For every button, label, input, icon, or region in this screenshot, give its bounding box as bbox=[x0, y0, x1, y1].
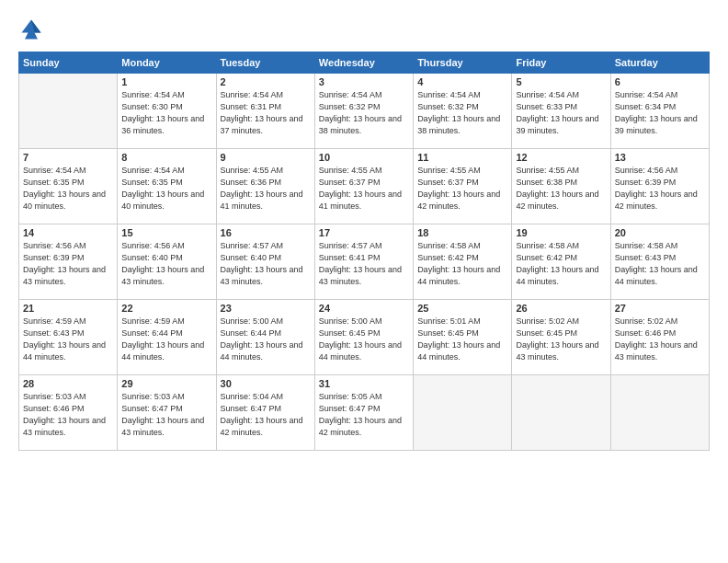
cell-details: Sunrise: 4:56 AMSunset: 6:39 PMDaylight:… bbox=[23, 240, 113, 288]
weekday-header-friday: Friday bbox=[512, 52, 610, 74]
day-number: 7 bbox=[23, 152, 113, 163]
calendar-cell: 22Sunrise: 4:59 AMSunset: 6:44 PMDayligh… bbox=[118, 300, 216, 375]
calendar-cell: 13Sunrise: 4:56 AMSunset: 6:39 PMDayligh… bbox=[610, 149, 709, 224]
calendar-cell: 4Sunrise: 4:54 AMSunset: 6:32 PMDaylight… bbox=[414, 74, 512, 149]
day-number: 16 bbox=[221, 227, 311, 238]
calendar-cell: 21Sunrise: 4:59 AMSunset: 6:43 PMDayligh… bbox=[19, 300, 118, 375]
day-number: 23 bbox=[221, 303, 311, 314]
weekday-header-sunday: Sunday bbox=[19, 52, 118, 74]
day-number: 4 bbox=[417, 76, 507, 87]
calendar-cell: 2Sunrise: 4:54 AMSunset: 6:31 PMDaylight… bbox=[216, 74, 314, 149]
week-row-0: 1Sunrise: 4:54 AMSunset: 6:30 PMDaylight… bbox=[19, 74, 710, 149]
cell-details: Sunrise: 5:00 AMSunset: 6:44 PMDaylight:… bbox=[221, 316, 311, 363]
calendar-cell: 5Sunrise: 4:54 AMSunset: 6:33 PMDaylight… bbox=[512, 74, 610, 149]
calendar-cell bbox=[19, 74, 118, 149]
calendar-cell: 8Sunrise: 4:54 AMSunset: 6:35 PMDaylight… bbox=[118, 149, 216, 224]
calendar-cell: 25Sunrise: 5:01 AMSunset: 6:45 PMDayligh… bbox=[414, 300, 512, 375]
calendar-cell bbox=[610, 375, 709, 451]
day-number: 27 bbox=[615, 303, 705, 314]
calendar-cell: 29Sunrise: 5:03 AMSunset: 6:47 PMDayligh… bbox=[118, 375, 216, 451]
weekday-header-saturday: Saturday bbox=[610, 52, 709, 74]
calendar-cell: 19Sunrise: 4:58 AMSunset: 6:42 PMDayligh… bbox=[512, 224, 610, 300]
cell-details: Sunrise: 5:04 AMSunset: 6:47 PMDaylight:… bbox=[221, 391, 311, 439]
day-number: 21 bbox=[23, 303, 113, 314]
weekday-header-tuesday: Tuesday bbox=[216, 52, 314, 74]
day-number: 12 bbox=[516, 152, 606, 163]
day-number: 10 bbox=[319, 152, 409, 163]
day-number: 15 bbox=[121, 227, 211, 238]
day-number: 14 bbox=[23, 227, 113, 238]
cell-details: Sunrise: 4:55 AMSunset: 6:38 PMDaylight:… bbox=[516, 165, 606, 213]
cell-details: Sunrise: 4:54 AMSunset: 6:32 PMDaylight:… bbox=[319, 89, 409, 137]
header bbox=[18, 17, 710, 42]
week-row-1: 7Sunrise: 4:54 AMSunset: 6:35 PMDaylight… bbox=[19, 149, 710, 224]
day-number: 18 bbox=[417, 227, 507, 238]
calendar-cell: 12Sunrise: 4:55 AMSunset: 6:38 PMDayligh… bbox=[512, 149, 610, 224]
weekday-header-monday: Monday bbox=[118, 52, 216, 74]
cell-details: Sunrise: 4:54 AMSunset: 6:35 PMDaylight:… bbox=[23, 165, 113, 213]
week-row-2: 14Sunrise: 4:56 AMSunset: 6:39 PMDayligh… bbox=[19, 224, 710, 300]
day-number: 24 bbox=[319, 303, 409, 314]
cell-details: Sunrise: 4:57 AMSunset: 6:41 PMDaylight:… bbox=[319, 240, 409, 288]
calendar-table: SundayMondayTuesdayWednesdayThursdayFrid… bbox=[18, 52, 710, 451]
calendar-cell: 16Sunrise: 4:57 AMSunset: 6:40 PMDayligh… bbox=[216, 224, 314, 300]
cell-details: Sunrise: 4:54 AMSunset: 6:33 PMDaylight:… bbox=[516, 89, 606, 137]
day-number: 6 bbox=[615, 76, 705, 87]
cell-details: Sunrise: 4:55 AMSunset: 6:37 PMDaylight:… bbox=[319, 165, 409, 213]
cell-details: Sunrise: 5:02 AMSunset: 6:46 PMDaylight:… bbox=[615, 316, 705, 363]
calendar-cell: 27Sunrise: 5:02 AMSunset: 6:46 PMDayligh… bbox=[610, 300, 709, 375]
cell-details: Sunrise: 4:58 AMSunset: 6:42 PMDaylight:… bbox=[516, 240, 606, 288]
day-number: 26 bbox=[516, 303, 606, 314]
calendar-cell: 7Sunrise: 4:54 AMSunset: 6:35 PMDaylight… bbox=[19, 149, 118, 224]
calendar-cell: 26Sunrise: 5:02 AMSunset: 6:45 PMDayligh… bbox=[512, 300, 610, 375]
calendar-cell: 20Sunrise: 4:58 AMSunset: 6:43 PMDayligh… bbox=[610, 224, 709, 300]
day-number: 30 bbox=[221, 378, 311, 389]
logo bbox=[18, 17, 48, 42]
day-number: 29 bbox=[121, 378, 211, 389]
cell-details: Sunrise: 4:54 AMSunset: 6:34 PMDaylight:… bbox=[615, 89, 705, 137]
day-number: 3 bbox=[319, 76, 409, 87]
day-number: 22 bbox=[121, 303, 211, 314]
calendar-cell: 15Sunrise: 4:56 AMSunset: 6:40 PMDayligh… bbox=[118, 224, 216, 300]
calendar-cell: 31Sunrise: 5:05 AMSunset: 6:47 PMDayligh… bbox=[314, 375, 413, 451]
calendar-cell: 30Sunrise: 5:04 AMSunset: 6:47 PMDayligh… bbox=[216, 375, 314, 451]
day-number: 25 bbox=[417, 303, 507, 314]
cell-details: Sunrise: 5:03 AMSunset: 6:47 PMDaylight:… bbox=[121, 391, 211, 439]
day-number: 8 bbox=[121, 152, 211, 163]
day-number: 17 bbox=[319, 227, 409, 238]
day-number: 28 bbox=[23, 378, 113, 389]
day-number: 19 bbox=[516, 227, 606, 238]
calendar-cell: 24Sunrise: 5:00 AMSunset: 6:45 PMDayligh… bbox=[314, 300, 413, 375]
calendar-cell: 23Sunrise: 5:00 AMSunset: 6:44 PMDayligh… bbox=[216, 300, 314, 375]
day-number: 31 bbox=[319, 378, 409, 389]
cell-details: Sunrise: 4:54 AMSunset: 6:30 PMDaylight:… bbox=[121, 89, 211, 137]
cell-details: Sunrise: 4:54 AMSunset: 6:35 PMDaylight:… bbox=[121, 165, 211, 213]
day-number: 9 bbox=[221, 152, 311, 163]
day-number: 11 bbox=[417, 152, 507, 163]
day-number: 5 bbox=[516, 76, 606, 87]
calendar-cell: 14Sunrise: 4:56 AMSunset: 6:39 PMDayligh… bbox=[19, 224, 118, 300]
day-number: 13 bbox=[615, 152, 705, 163]
calendar-cell: 10Sunrise: 4:55 AMSunset: 6:37 PMDayligh… bbox=[314, 149, 413, 224]
cell-details: Sunrise: 4:59 AMSunset: 6:43 PMDaylight:… bbox=[23, 316, 113, 363]
week-row-4: 28Sunrise: 5:03 AMSunset: 6:46 PMDayligh… bbox=[19, 375, 710, 451]
cell-details: Sunrise: 4:59 AMSunset: 6:44 PMDaylight:… bbox=[121, 316, 211, 363]
calendar-cell: 9Sunrise: 4:55 AMSunset: 6:36 PMDaylight… bbox=[216, 149, 314, 224]
calendar-cell: 6Sunrise: 4:54 AMSunset: 6:34 PMDaylight… bbox=[610, 74, 709, 149]
day-number: 2 bbox=[221, 76, 311, 87]
calendar-cell: 1Sunrise: 4:54 AMSunset: 6:30 PMDaylight… bbox=[118, 74, 216, 149]
logo-icon bbox=[18, 17, 44, 42]
cell-details: Sunrise: 5:03 AMSunset: 6:46 PMDaylight:… bbox=[23, 391, 113, 439]
weekday-header-thursday: Thursday bbox=[414, 52, 512, 74]
cell-details: Sunrise: 4:55 AMSunset: 6:36 PMDaylight:… bbox=[221, 165, 311, 213]
calendar-cell: 18Sunrise: 4:58 AMSunset: 6:42 PMDayligh… bbox=[414, 224, 512, 300]
cell-details: Sunrise: 4:56 AMSunset: 6:40 PMDaylight:… bbox=[121, 240, 211, 288]
page: SundayMondayTuesdayWednesdayThursdayFrid… bbox=[0, 0, 728, 563]
calendar-cell: 11Sunrise: 4:55 AMSunset: 6:37 PMDayligh… bbox=[414, 149, 512, 224]
calendar-cell: 28Sunrise: 5:03 AMSunset: 6:46 PMDayligh… bbox=[19, 375, 118, 451]
cell-details: Sunrise: 5:05 AMSunset: 6:47 PMDaylight:… bbox=[319, 391, 409, 439]
calendar-cell: 3Sunrise: 4:54 AMSunset: 6:32 PMDaylight… bbox=[314, 74, 413, 149]
day-number: 1 bbox=[121, 76, 211, 87]
cell-details: Sunrise: 5:01 AMSunset: 6:45 PMDaylight:… bbox=[417, 316, 507, 363]
cell-details: Sunrise: 4:55 AMSunset: 6:37 PMDaylight:… bbox=[417, 165, 507, 213]
